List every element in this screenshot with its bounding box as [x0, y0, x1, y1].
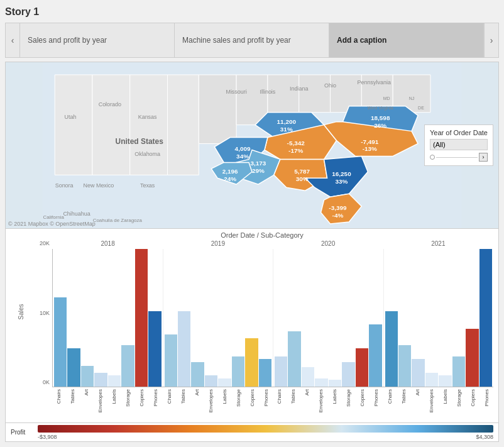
svg-text:26%: 26%: [374, 122, 386, 129]
svg-text:-13%: -13%: [363, 145, 377, 152]
svg-text:24%: 24%: [224, 175, 236, 182]
slider-btn-fwd[interactable]: ›: [479, 153, 488, 162]
year-filter-value[interactable]: (All): [430, 139, 488, 150]
svg-text:Ohio: Ohio: [324, 82, 336, 89]
bar-2020-envelopes: [315, 378, 327, 387]
bar-2018-tables: [67, 348, 80, 387]
cat-label-cop-2019: Copiers: [249, 389, 255, 407]
bar-2018-art: [81, 366, 94, 387]
cat-label-stor-2018: Storage: [125, 389, 131, 407]
bars-2021: [384, 249, 494, 387]
bar-chart-title: Order Date / Sub-Category: [31, 231, 493, 239]
cat-label-lab-2021: Labels: [442, 389, 448, 404]
cat-label-tables-2020: Tables: [290, 389, 296, 404]
bar-2018-labels: [108, 375, 121, 387]
bar-2019-phones: [259, 359, 271, 387]
bar-2019-copiers: [245, 338, 258, 387]
bar-2020-copiers: [356, 348, 368, 387]
cat-label-art-2018: Art: [84, 389, 89, 395]
nav-tab-1[interactable]: Sales and profit by year: [20, 23, 175, 58]
bar-2020-tables: [288, 331, 300, 387]
svg-text:Illinois: Illinois: [260, 89, 275, 95]
nav-arrow-right[interactable]: ›: [484, 23, 499, 58]
bar-chart-section: Order Date / Sub-Category Sales 20K 10K …: [6, 229, 498, 422]
svg-marker-8: [299, 75, 331, 113]
year-label-2020: 2020: [273, 240, 383, 249]
profit-gradient-container: -$3,908 $4,308: [38, 425, 493, 440]
year-slider: ›: [430, 153, 488, 162]
bar-2021-art: [412, 359, 424, 387]
bars-plot: [52, 249, 493, 387]
profit-legend-title: Profit: [11, 429, 33, 436]
cat-label-chairs-2019: Chairs: [167, 389, 172, 404]
nav-tab-2[interactable]: Machine sales and profit by year: [175, 23, 329, 58]
bars-2018: [53, 249, 163, 387]
svg-marker-5: [199, 75, 236, 144]
svg-text:Oklahoma: Oklahoma: [134, 151, 160, 157]
cat-label-stor-2020: Storage: [346, 389, 351, 407]
svg-text:3,173: 3,173: [251, 160, 266, 167]
svg-text:34%: 34%: [236, 153, 249, 160]
svg-text:-5,342: -5,342: [287, 140, 305, 146]
cat-label-ph-2020: Phones: [373, 389, 379, 406]
cat-label-art-2020: Art: [304, 389, 310, 395]
svg-text:16,250: 16,250: [332, 170, 351, 177]
bars-container: 2018 2019 2020 2021: [52, 240, 493, 420]
bar-2021-copiers: [466, 329, 478, 387]
svg-marker-2: [92, 75, 130, 175]
svg-text:2,196: 2,196: [222, 168, 238, 175]
bar-2021-chairs: [385, 311, 398, 387]
cat-label-env-2020: Envelopes: [318, 389, 324, 412]
mapbox-credit: © 2021 Mapbox © OpenStreetMap: [8, 221, 96, 227]
bar-2020-art: [302, 367, 314, 387]
nav-tab-3[interactable]: Add a caption: [329, 23, 484, 58]
bar-2018-envelopes: [94, 373, 107, 387]
year-label-2019: 2019: [163, 240, 273, 249]
profit-legend: Profit -$3,908 $4,308: [6, 422, 498, 441]
bar-2021-envelopes: [425, 373, 438, 387]
year-filter: Year of Order Date (All) ›: [424, 124, 493, 166]
cat-label-tables-2019: Tables: [180, 389, 186, 404]
bar-2021-storage: [452, 356, 465, 387]
year-label-2018: 2018: [53, 240, 163, 249]
y-axis-label: Sales: [18, 304, 25, 320]
cat-label-ph-2018: Phones: [153, 389, 158, 406]
svg-text:Sonora: Sonora: [55, 182, 74, 189]
svg-text:-4%: -4%: [332, 212, 344, 219]
cat-labels-2019: Chairs Tables Art Envelopes Labels Stora…: [163, 387, 273, 420]
bar-2021-tables: [398, 345, 411, 387]
cat-label-env-2019: Envelopes: [208, 389, 214, 412]
cat-labels-2018: Chairs Tables Art Envelopes Labels Stora…: [52, 387, 163, 420]
cat-label-ph-2021: Phones: [484, 389, 490, 406]
cat-labels-2020: Chairs Tables Art Envelopes Labels Stora…: [273, 387, 383, 420]
cat-label-lab-2020: Labels: [332, 389, 337, 404]
cat-label-cop-2021: Copiers: [470, 389, 476, 407]
svg-marker-3: [130, 75, 168, 175]
bar-2020-storage: [342, 362, 354, 387]
slider-handle[interactable]: [430, 155, 435, 160]
svg-text:United States: United States: [116, 137, 164, 146]
y-axis: Sales 20K 10K 0K: [31, 240, 52, 420]
cat-label-lab-2018: Labels: [111, 389, 117, 404]
bar-2020-labels: [329, 380, 341, 387]
cat-label-art-2019: Art: [194, 389, 200, 395]
cat-label-env-2018: Envelopes: [97, 389, 103, 412]
svg-text:4,009: 4,009: [235, 145, 251, 152]
svg-marker-4: [168, 75, 199, 175]
bar-2019-tables: [178, 311, 190, 387]
cat-label-cop-2018: Copiers: [139, 389, 145, 407]
bar-2019-envelopes: [205, 375, 217, 387]
profit-max: $4,308: [476, 434, 493, 440]
bar-chart-body: Sales 20K 10K 0K 2018 2019 2020 2021: [31, 240, 493, 420]
cat-label-art-2021: Art: [415, 389, 420, 395]
svg-text:30%: 30%: [296, 175, 309, 182]
svg-text:Coahuila de Zaragoza: Coahuila de Zaragoza: [93, 218, 143, 223]
svg-text:DE: DE: [418, 106, 424, 110]
nav-arrow-left[interactable]: ‹: [5, 23, 20, 58]
cat-label-tables-2018: Tables: [70, 389, 75, 404]
cat-label-lab-2019: Labels: [222, 389, 227, 404]
cat-label-chairs-2020: Chairs: [277, 389, 282, 404]
svg-marker-1: [55, 75, 92, 175]
svg-text:-7,491: -7,491: [361, 138, 379, 145]
year-filter-title: Year of Order Date: [430, 129, 488, 136]
